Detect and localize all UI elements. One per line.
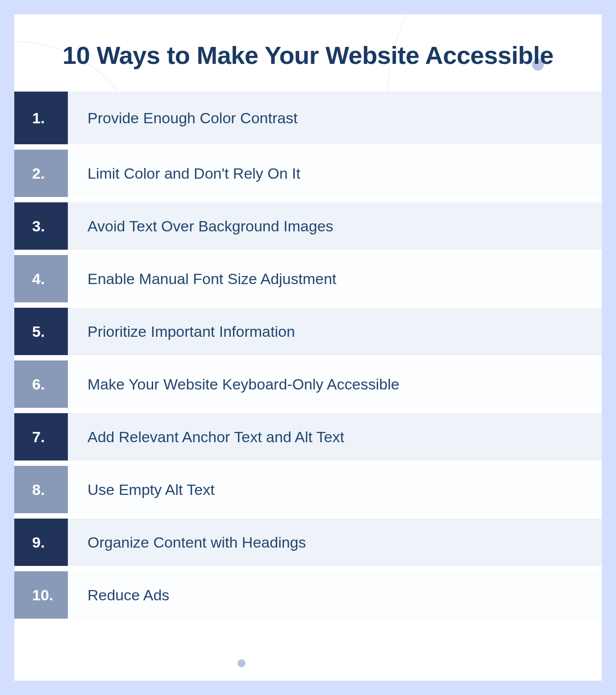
infographic-card: 10 Ways to Make Your Website Accessible … xyxy=(14,14,602,681)
item-number: 9. xyxy=(14,519,68,566)
item-text: Make Your Website Keyboard-Only Accessib… xyxy=(68,360,602,408)
list-item: 5. Prioritize Important Information xyxy=(14,302,602,355)
item-text: Provide Enough Color Contrast xyxy=(68,92,602,144)
item-number: 8. xyxy=(14,466,68,513)
header: 10 Ways to Make Your Website Accessible xyxy=(14,14,602,92)
item-text: Reduce Ads xyxy=(68,571,602,619)
decorative-dot xyxy=(237,659,246,667)
item-text: Limit Color and Don't Rely On It xyxy=(68,150,602,197)
list-item: 10. Reduce Ads xyxy=(14,566,602,619)
item-number: 6. xyxy=(14,360,68,408)
item-number: 4. xyxy=(14,255,68,302)
item-number: 7. xyxy=(14,413,68,461)
item-number: 5. xyxy=(14,308,68,355)
item-text: Use Empty Alt Text xyxy=(68,466,602,513)
item-number: 2. xyxy=(14,150,68,197)
list-item: 2. Limit Color and Don't Rely On It xyxy=(14,144,602,197)
list-item: 9. Organize Content with Headings xyxy=(14,513,602,566)
item-text: Avoid Text Over Background Images xyxy=(68,202,602,250)
page-title: 10 Ways to Make Your Website Accessible xyxy=(32,40,584,70)
item-text: Enable Manual Font Size Adjustment xyxy=(68,255,602,302)
tips-list: 1. Provide Enough Color Contrast 2. Limi… xyxy=(14,92,602,619)
list-item: 4. Enable Manual Font Size Adjustment xyxy=(14,250,602,302)
list-item: 7. Add Relevant Anchor Text and Alt Text xyxy=(14,408,602,461)
item-number: 10. xyxy=(14,571,68,619)
list-item: 8. Use Empty Alt Text xyxy=(14,461,602,513)
item-text: Prioritize Important Information xyxy=(68,308,602,355)
item-text: Organize Content with Headings xyxy=(68,519,602,566)
item-number: 1. xyxy=(14,92,68,144)
item-text: Add Relevant Anchor Text and Alt Text xyxy=(68,413,602,461)
list-item: 6. Make Your Website Keyboard-Only Acces… xyxy=(14,355,602,408)
list-item: 3. Avoid Text Over Background Images xyxy=(14,197,602,250)
item-number: 3. xyxy=(14,202,68,250)
list-item: 1. Provide Enough Color Contrast xyxy=(14,92,602,144)
